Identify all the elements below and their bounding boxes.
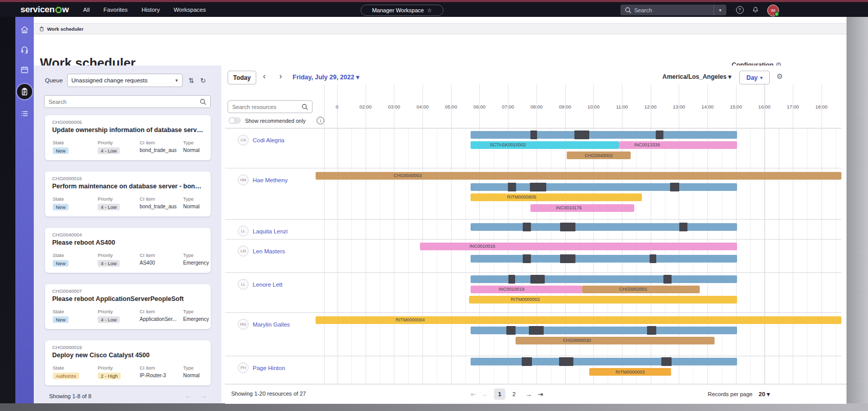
global-search[interactable]: Search ▾ [620,5,726,15]
navbar-item-history[interactable]: History [142,7,160,13]
view-mode-button[interactable]: Day▾ [739,71,770,84]
availability-bar[interactable] [471,223,737,231]
busy-block-icon [523,223,531,231]
page-button-2[interactable]: 2 [508,388,520,400]
task-bar[interactable]: RITM0000805 [471,193,642,201]
change-request-card[interactable]: CHG0040004Please reboot AS400StateNewPri… [45,228,211,273]
task-bar[interactable]: CHG0000030 [516,337,715,344]
busy-block-icon [661,357,672,366]
scheduler-panel: Today ‹ › Friday, July 29, 2022 ▾ Americ… [225,66,847,403]
navbar-item-favorites[interactable]: Favorites [103,7,127,13]
next-page-icon[interactable]: → [525,391,532,398]
change-request-card[interactable]: CHG0000019Deploy new Cisco Catalyst 4500… [45,340,211,385]
change-request-card[interactable]: CHG0040007Please reboot ApplicationServe… [45,284,211,329]
resource-name-link[interactable]: Len Masters [253,248,285,254]
availability-bar[interactable] [471,275,737,283]
task-label: INC0013339 [634,142,660,147]
main-content: Work scheduler Work scheduler Configurat… [34,17,847,403]
show-recommended-toggle[interactable] [229,117,241,124]
sidebar-item-work-scheduler[interactable] [17,84,32,99]
workspace-pill[interactable]: Manager Workspace☆ [361,5,443,16]
resource-name-link[interactable]: Codi Alegria [253,137,284,143]
timezone-select[interactable]: America/Los_Angeles ▾ [662,73,731,80]
busy-block-icon [508,183,516,191]
hour-label: 11:00 [616,104,628,110]
change-request-card[interactable]: CHG0000005Update ownership information o… [45,115,211,160]
type-value: Emergency [183,316,209,322]
breadcrumb[interactable]: Work scheduler [34,23,847,34]
resource-row: LMLen MastersINC0010016 [225,240,841,273]
task-bar[interactable]: CHG0040003 [316,172,841,180]
resource-name-link[interactable]: Marylin Galles [253,321,290,328]
resource-name-link[interactable]: Laquita Lenzi [253,228,287,234]
queue-search-input[interactable] [44,99,199,105]
queue-prev-page-icon[interactable]: ← [185,392,191,400]
breadcrumb-label: Work scheduler [47,26,83,32]
sort-icon[interactable]: ⇅ [189,77,194,84]
records-per-page-select[interactable]: 20 ▾ [759,391,770,398]
task-bar[interactable]: RITM0000003 [589,368,671,376]
field-label: State [53,252,69,258]
task-bar[interactable]: INC0010016 [420,243,737,250]
scheduler-settings-gear-icon[interactable]: ⚙ [776,72,783,80]
last-page-icon[interactable]: ⇥ [538,391,543,398]
search-scope-caret[interactable]: ▾ [714,5,726,15]
task-label: CHG0040003 [393,173,421,178]
sidebar-item-agent-assist[interactable] [19,44,30,55]
refresh-icon[interactable]: ↻ [200,77,206,84]
task-bar[interactable]: RITM0000004 [316,316,841,324]
headset-icon [20,45,29,54]
task-bar[interactable]: CHG0040002 [567,152,631,159]
servicenow-logo[interactable]: servicenw [20,5,69,15]
card-field: TypeEmergency [183,309,209,322]
prev-day-icon[interactable]: ‹ [263,71,265,81]
task-label: SCTASK0010002 [490,142,526,147]
resource-name-link[interactable]: Page Hinton [253,365,285,371]
task-bar[interactable]: INC0010019 [471,286,582,293]
resource-search-input[interactable] [228,104,301,110]
help-icon[interactable]: ? [735,5,744,14]
card-field: Priority4 - Low [98,140,120,154]
task-bar[interactable]: INC0013339 [619,141,737,149]
page-button-1[interactable]: 1 [494,388,505,400]
task-label: CHG0000030 [563,338,591,343]
navbar-item-workspaces[interactable]: Workspaces [173,7,206,13]
star-icon[interactable]: ☆ [427,7,432,14]
busy-block-icon [670,183,679,191]
navbar-item-all[interactable]: All [83,7,90,13]
notifications-bell-icon[interactable] [751,5,760,14]
change-request-card[interactable]: CHG0000016Perform maintenance on databas… [45,171,211,217]
ci-item-value: IP-Router-3 [140,373,166,378]
availability-bar[interactable] [471,183,737,191]
user-avatar[interactable]: IM [767,5,779,16]
card-title: Update ownership information of database… [52,126,204,134]
resource-row: CACodi AlegriaSCTASK0010002INC0013339CHG… [225,128,841,168]
availability-bar[interactable] [471,358,737,365]
task-bar[interactable]: INC0010176 [530,204,634,212]
card-field: Priority2 - High [98,365,121,379]
avatar: LL [238,226,249,236]
today-button[interactable]: Today [228,71,256,84]
date-picker[interactable]: Friday, July 29, 2022 ▾ [293,73,359,81]
availability-bar[interactable] [471,255,737,263]
prev-page-icon[interactable]: ← [482,391,488,398]
scheduler-footer: Showing 1-20 resources of 27 ⇤ ← 12 → ⇥ … [225,384,847,404]
queue-next-page-icon[interactable]: → [201,392,207,400]
sidebar-item-lists[interactable] [19,108,30,119]
hour-label: 02:00 [360,104,372,110]
card-field: Priority4 - Low [98,252,120,267]
first-page-icon[interactable]: ⇤ [471,391,476,398]
availability-bar[interactable] [471,131,737,139]
task-bar[interactable]: SCTASK0010002 [471,141,619,149]
next-day-icon[interactable]: › [279,71,282,81]
task-bar[interactable]: CHG0002001 [582,286,700,293]
queue-select[interactable]: Unassigned change requests▾ [67,74,183,87]
availability-bar[interactable] [471,327,737,334]
resource-name-link[interactable]: Hae Metheny [253,177,287,183]
queue-select-value: Unassigned change requests [72,77,148,83]
sidebar-item-calendar[interactable] [19,64,30,75]
resource-name-link[interactable]: Lenore Lett [253,282,282,288]
field-label: Priority [98,196,120,202]
task-bar[interactable]: RITM0000002 [469,296,737,304]
sidebar-item-home[interactable] [19,24,30,35]
